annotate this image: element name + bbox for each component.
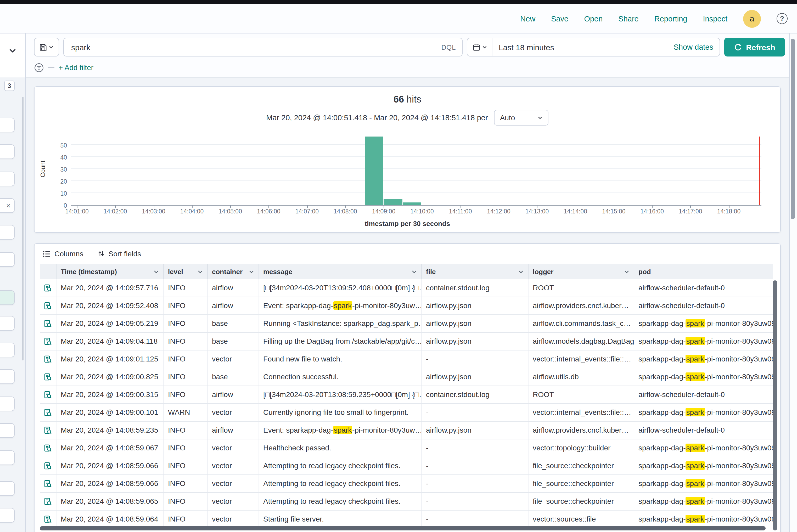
cell-time: Mar 20, 2024 @ 14:09:01.125 (57, 350, 164, 368)
x-tick-label: 14:12:00 (487, 208, 511, 214)
field-pill[interactable] (0, 508, 15, 522)
expand-document-button[interactable] (40, 350, 57, 368)
nav-open[interactable]: Open (584, 14, 603, 23)
search-box[interactable]: DQL (63, 38, 463, 57)
field-pill[interactable] (0, 290, 15, 305)
add-filter-link[interactable]: + Add filter (59, 63, 93, 72)
expand-document-button[interactable] (40, 315, 57, 332)
cell-message: Attempting to read legacy checkpoint fil… (259, 493, 422, 510)
expand-document-button[interactable] (40, 422, 57, 439)
show-dates-link[interactable]: Show dates (673, 43, 720, 51)
header-file[interactable]: file (422, 264, 529, 279)
filter-icon (34, 62, 44, 73)
nav-reporting[interactable]: Reporting (654, 14, 687, 23)
browser-top-strip (0, 0, 797, 4)
remove-field-icon[interactable]: × (6, 202, 11, 209)
expand-document-button[interactable] (40, 279, 57, 297)
expand-document-button[interactable] (40, 475, 57, 492)
cell-level: WARN (164, 404, 208, 421)
columns-button[interactable]: Columns (43, 249, 84, 258)
header-level[interactable]: level (164, 264, 208, 279)
sidebar-collapse-button[interactable] (5, 43, 20, 59)
histogram-bar[interactable] (403, 203, 422, 205)
field-pill[interactable] (0, 343, 15, 357)
cell-time: Mar 20, 2024 @ 14:09:57.716 (57, 279, 164, 297)
field-pill[interactable]: × (0, 198, 15, 213)
field-pill[interactable] (0, 145, 15, 159)
nav-inspect[interactable]: Inspect (703, 14, 728, 23)
header-time[interactable]: Time (timestamp) (57, 264, 164, 279)
cell-file: airflow.py.json (422, 315, 529, 332)
search-highlight: spark (686, 319, 705, 327)
field-pill[interactable] (0, 423, 15, 438)
cell-container: vector (208, 493, 259, 510)
field-pill[interactable] (0, 369, 15, 384)
table-vertical-scrollbar[interactable] (773, 280, 777, 530)
cell-pod: airflow-scheduler-default-0 (634, 386, 773, 403)
page-scrollbar-thumb[interactable] (791, 39, 795, 219)
gridline (71, 168, 761, 169)
expand-document-button[interactable] (40, 511, 57, 528)
table-row: Mar 20, 2024 @ 14:08:59.235INFOairflowEv… (40, 422, 773, 439)
expand-document-button[interactable] (40, 457, 57, 474)
date-picker-button[interactable] (467, 38, 493, 56)
expand-document-button[interactable] (40, 297, 57, 315)
table-horizontal-scrollbar[interactable] (40, 526, 765, 530)
cell-time: Mar 20, 2024 @ 14:09:00.101 (57, 404, 164, 421)
help-icon[interactable]: ? (777, 13, 787, 24)
interval-select[interactable]: Auto (494, 110, 549, 126)
field-pill[interactable] (0, 450, 15, 465)
avatar[interactable]: a (743, 10, 761, 27)
nav-share[interactable]: Share (618, 14, 638, 23)
table-row: Mar 20, 2024 @ 14:08:59.065INFOvectorAtt… (40, 493, 773, 511)
time-range-label[interactable]: Last 18 minutes (493, 43, 673, 52)
header-icon-column (40, 264, 57, 279)
x-tick-mark (422, 205, 423, 208)
x-tick-mark (77, 205, 77, 208)
chevron-down-icon (49, 44, 54, 50)
cell-time: Mar 20, 2024 @ 14:08:59.066 (57, 475, 164, 492)
expand-document-button[interactable] (40, 404, 57, 421)
expand-document-button[interactable] (40, 439, 57, 457)
field-pill[interactable] (0, 172, 15, 186)
query-language-button[interactable]: DQL (441, 43, 456, 51)
current-time-marker (760, 136, 761, 205)
refresh-button[interactable]: Refresh (724, 38, 785, 57)
cell-level: INFO (164, 493, 208, 510)
saved-query-button[interactable] (34, 38, 59, 57)
expand-document-button[interactable] (40, 333, 57, 350)
cell-time: Mar 20, 2024 @ 14:09:52.408 (57, 297, 164, 315)
field-pill[interactable] (0, 397, 15, 411)
header-logger[interactable]: logger (529, 264, 634, 279)
expand-document-button[interactable] (40, 368, 57, 385)
histogram-panel: 66 hits Mar 20, 2024 @ 14:00:51.418 - Ma… (34, 86, 781, 233)
field-pill[interactable] (0, 252, 15, 267)
histogram-bar[interactable] (384, 199, 402, 205)
sidebar-scrollbar[interactable] (22, 97, 23, 360)
cell-logger: vector::topology::builder (529, 439, 634, 457)
field-pill[interactable] (0, 316, 15, 330)
table-header-row: Time (timestamp) level container me (40, 264, 773, 279)
header-pod[interactable]: pod (634, 264, 773, 279)
sort-fields-button[interactable]: Sort fields (98, 249, 141, 258)
page-scrollbar[interactable] (789, 34, 797, 532)
refresh-label: Refresh (746, 43, 775, 52)
nav-save[interactable]: Save (551, 14, 568, 23)
cell-pod: airflow-scheduler-default-0 (634, 279, 773, 297)
field-pill[interactable] (0, 225, 15, 240)
header-container[interactable]: container (208, 264, 259, 279)
cell-container: base (208, 368, 259, 385)
cell-time: Mar 20, 2024 @ 14:08:59.235 (57, 422, 164, 439)
cell-container: vector (208, 457, 259, 474)
expand-document-button[interactable] (40, 386, 57, 403)
expand-document-button[interactable] (40, 493, 57, 510)
nav-new[interactable]: New (520, 14, 535, 23)
search-input[interactable] (70, 42, 437, 52)
y-tick-labels: 01020304050 (35, 133, 67, 205)
field-pill[interactable] (0, 118, 15, 132)
cell-file: airflow.py.json (422, 422, 529, 439)
histogram-bar[interactable] (365, 136, 383, 205)
field-pill[interactable] (0, 481, 15, 496)
cell-pod: sparkapp-dag-spark-pi-monitor-80y3uw09 (634, 511, 773, 528)
header-message[interactable]: message (259, 264, 422, 279)
